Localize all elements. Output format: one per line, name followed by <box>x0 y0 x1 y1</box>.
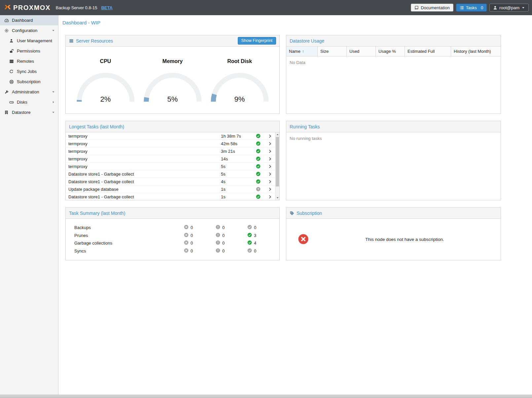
tasks-label: Tasks <box>466 6 477 10</box>
sidebar-item-datastore[interactable]: Datastore <box>0 107 58 117</box>
task-row[interactable]: termproxy14s <box>66 155 279 163</box>
ok-count-icon <box>247 225 252 230</box>
column-header-estimated-full[interactable]: Estimated Full <box>405 47 451 56</box>
building-icon <box>4 110 9 115</box>
open-task-icon[interactable] <box>264 195 275 199</box>
error-count-icon <box>184 225 189 230</box>
task-row[interactable]: termproxy5s <box>66 163 279 170</box>
task-row[interactable]: Datastore store1 - Garbage collect1s <box>66 193 279 200</box>
task-summary-title: Task Summary (last Month) <box>69 211 276 216</box>
task-row[interactable]: Update package database1s? <box>66 185 279 193</box>
caret-right-icon[interactable] <box>52 100 55 104</box>
warning-count-icon <box>216 248 220 254</box>
sidebar-item-disks[interactable]: Disks <box>0 97 58 107</box>
main-content: Dashboard - WIP Server Resources Show Fi… <box>58 15 532 395</box>
status-ok-icon <box>252 172 264 176</box>
task-row[interactable]: termproxy42m 58s <box>66 140 279 148</box>
open-task-icon[interactable] <box>264 180 275 184</box>
warning-count-icon <box>216 240 220 246</box>
status-ok-icon <box>252 164 264 169</box>
open-task-icon[interactable] <box>264 172 275 176</box>
scroll-up-icon[interactable] <box>275 132 279 137</box>
column-header-usage[interactable]: Usage % <box>376 47 405 56</box>
subscription-message: This node does not have a subscription. <box>309 237 501 242</box>
running-tasks-panel: Running Tasks No running tasks <box>286 121 501 200</box>
server-icon <box>9 59 14 64</box>
task-row[interactable]: Datastore store1 - Garbage collect5s <box>66 170 279 178</box>
datastore-usage-empty: No Data <box>286 56 501 69</box>
column-header-history-last-month[interactable]: History (last Month) <box>451 47 501 56</box>
brand-name: PROXMOX <box>13 4 51 12</box>
open-task-icon[interactable] <box>264 164 275 169</box>
app-header: PROXMOX Backup Server 0.8-15 BETA Docume… <box>0 0 532 15</box>
user-label: root@pam <box>499 6 519 10</box>
caret-down-icon[interactable] <box>52 90 55 94</box>
proxmox-logo: PROXMOX <box>4 4 51 12</box>
task-summary-row-syncs: Syncs000 <box>74 247 279 255</box>
documentation-label: Documentation <box>421 6 449 10</box>
task-summary-header: Task Summary (last Month) <box>66 208 279 219</box>
open-task-icon[interactable] <box>264 157 275 161</box>
caret-down-icon[interactable] <box>52 29 55 32</box>
longest-tasks-list: termproxy1h 38m 7stermproxy42m 58stermpr… <box>66 132 279 200</box>
task-row[interactable]: termproxy1h 38m 7s <box>66 132 279 140</box>
tachometer-icon <box>4 18 9 23</box>
open-task-icon[interactable] <box>264 149 275 153</box>
unlock-icon <box>9 49 14 53</box>
longest-tasks-panel: Longest Tasks (last Month) termproxy1h 3… <box>65 121 280 200</box>
sidebar-item-administration[interactable]: Administration <box>0 87 58 97</box>
show-fingerprint-button[interactable]: Show Fingerprint <box>238 37 276 45</box>
beta-link[interactable]: BETA <box>101 5 112 10</box>
sidebar-item-dashboard[interactable]: Dashboard <box>0 15 58 25</box>
task-row[interactable]: Datastore store1 - Garbage collect4s <box>66 178 279 185</box>
user-icon <box>9 39 14 43</box>
sidebar-item-remotes[interactable]: Remotes <box>0 56 58 66</box>
scroll-down-icon[interactable] <box>275 196 279 200</box>
sidebar-item-permissions[interactable]: Permissions <box>0 46 58 56</box>
user-menu-button[interactable]: root@pam <box>489 4 529 12</box>
column-header-used[interactable]: Used <box>347 47 376 56</box>
scrollbar-thumb[interactable] <box>276 137 279 186</box>
task-summary-table: Backups000Prunes003Garbage collections00… <box>66 219 279 255</box>
open-task-icon[interactable] <box>264 142 275 146</box>
ok-count-icon <box>247 240 252 246</box>
chevron-down-icon <box>521 6 525 10</box>
running-tasks-header: Running Tasks <box>286 121 501 132</box>
support-icon <box>9 80 14 84</box>
status-ok-icon <box>252 179 264 184</box>
column-header-size[interactable]: Size <box>318 47 347 56</box>
product-version: Backup Server 0.8-15 <box>56 5 97 10</box>
ticket-icon <box>290 211 294 216</box>
svg-text:?: ? <box>257 187 259 191</box>
sidebar-item-configuration[interactable]: Configuration <box>0 25 58 36</box>
gauges: CPU2%Memory5%Root Disk9% <box>66 47 279 104</box>
bottom-bar <box>0 395 532 398</box>
tasks-button[interactable]: Tasks 0 <box>456 4 487 12</box>
task-summary-row-garbage-collections: Garbage collections004 <box>74 239 279 247</box>
status-ok-icon <box>252 149 264 153</box>
caret-down-icon[interactable] <box>52 111 55 114</box>
user-icon <box>493 6 497 10</box>
open-task-icon[interactable] <box>264 187 275 191</box>
error-count-icon <box>184 240 189 246</box>
task-summary-panel: Task Summary (last Month) Backups000Prun… <box>65 207 280 260</box>
warning-count-icon <box>216 233 220 238</box>
subscription-header: Subscription <box>286 208 501 219</box>
task-row[interactable]: termproxy3m 21s <box>66 148 279 155</box>
refresh-icon <box>9 69 14 74</box>
sidebar-item-sync-jobs[interactable]: Sync Jobs <box>0 66 58 77</box>
page-title: Dashboard - WIP <box>62 20 100 25</box>
sidebar-item-user-management[interactable]: User Management <box>0 36 58 46</box>
dashboard-panels: Server Resources Show Fingerprint CPU2%M… <box>58 29 532 260</box>
server-resources-title: Server Resources <box>76 38 235 44</box>
open-task-icon[interactable] <box>264 134 275 138</box>
gauge-memory: Memory5% <box>142 58 203 104</box>
datastore-usage-title: Datastore Usage <box>290 38 497 44</box>
sidebar-item-subscription[interactable]: Subscription <box>0 77 58 87</box>
scrollbar[interactable] <box>275 132 279 200</box>
documentation-button[interactable]: Documentation <box>411 4 453 12</box>
error-count-icon <box>184 248 189 254</box>
longest-tasks-header: Longest Tasks (last Month) <box>66 121 279 132</box>
column-header-name[interactable]: Name↑ <box>286 47 318 56</box>
hdd-icon <box>9 100 14 105</box>
